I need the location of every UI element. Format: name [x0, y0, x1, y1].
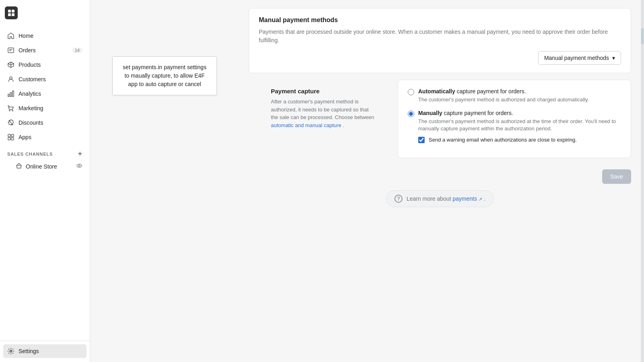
auto-capture-label[interactable]: Automatically capture payment for orders… — [408, 88, 621, 103]
svg-point-5 — [10, 77, 12, 79]
svg-rect-11 — [8, 134, 10, 137]
online-store-icon — [15, 163, 23, 170]
left-panel: set payments.in payment settings to maua… — [90, 0, 239, 362]
manual-capture-label[interactable]: Manually capture payment for orders. The… — [408, 110, 621, 132]
payment-capture-options-card: Automatically capture payment for orders… — [398, 80, 631, 158]
customers-label: Customers — [19, 76, 46, 82]
main-wrapper: set payments.in payment settings to maua… — [90, 0, 644, 362]
scrollbar[interactable] — [641, 0, 644, 362]
add-sales-channel-icon[interactable]: + — [78, 150, 83, 158]
manual-payment-card-body: Manual payment methods Payments that are… — [249, 8, 631, 73]
external-link-icon: ↗ — [479, 197, 482, 202]
sidebar-item-products[interactable]: Products — [3, 58, 87, 72]
svg-rect-7 — [10, 93, 12, 97]
manual-payment-desc: Payments that are processed outside your… — [259, 28, 621, 45]
scrollbar-thumb — [641, 28, 644, 44]
content-panel: Manual payment methods Payments that are… — [239, 0, 641, 362]
payment-capture-title: Payment capture — [271, 88, 376, 95]
sidebar-item-apps[interactable]: Apps — [3, 130, 87, 144]
online-store-eye-icon[interactable] — [76, 162, 83, 170]
manual-payment-card: Manual payment methods Payments that are… — [249, 8, 631, 73]
settings-icon — [7, 348, 14, 355]
warning-email-checkbox[interactable] — [418, 137, 425, 143]
sidebar-item-analytics[interactable]: Analytics — [3, 87, 87, 101]
analytics-label: Analytics — [19, 90, 41, 97]
settings-label: Settings — [19, 348, 39, 354]
help-icon: ? — [394, 195, 402, 203]
save-row: Save — [249, 165, 631, 187]
capture-link[interactable]: automatic and manual capture — [271, 122, 341, 128]
svg-rect-14 — [11, 138, 14, 140]
sidebar: Home Orders 14 Products — [0, 0, 90, 362]
manual-capture-title: Manually capture payment for orders. — [418, 110, 621, 116]
svg-point-17 — [10, 350, 12, 352]
manual-payment-title: Manual payment methods — [259, 16, 621, 24]
analytics-icon — [7, 90, 14, 97]
payment-capture-left: Payment capture After a customer's payme… — [249, 80, 398, 165]
discounts-label: Discounts — [19, 119, 43, 126]
sidebar-nav: Home Orders 14 Products — [0, 29, 90, 341]
svg-point-15 — [77, 164, 82, 167]
manual-payment-dropdown-label: Manual payment methods — [544, 55, 609, 61]
tooltip-box: set payments.in payment settings to maua… — [112, 56, 217, 95]
sidebar-item-discounts[interactable]: Discounts — [3, 116, 87, 130]
online-store-label: Online Store — [26, 163, 57, 170]
svg-rect-13 — [8, 138, 10, 140]
marketing-label: Marketing — [19, 105, 43, 111]
sidebar-item-marketing[interactable]: Marketing — [3, 101, 87, 115]
orders-badge: 14 — [72, 47, 83, 53]
home-label: Home — [19, 33, 33, 39]
auto-capture-desc: The customer's payment method is authori… — [418, 96, 589, 103]
orders-icon — [7, 47, 14, 54]
svg-point-9 — [9, 110, 10, 111]
manual-payment-dropdown[interactable]: Manual payment methods ▾ — [538, 51, 621, 65]
sidebar-top — [0, 0, 90, 29]
learn-more-text: Learn more about payments ↗ . — [407, 195, 485, 202]
app-logo — [5, 6, 18, 19]
home-icon — [7, 32, 14, 39]
svg-rect-1 — [12, 10, 14, 12]
dropdown-chevron-icon: ▾ — [612, 55, 615, 61]
marketing-icon — [7, 105, 14, 112]
svg-rect-0 — [8, 10, 11, 12]
svg-rect-6 — [8, 94, 9, 97]
products-label: Products — [19, 62, 41, 68]
customers-icon — [7, 76, 14, 83]
top-spacer — [249, 0, 631, 8]
manual-capture-text: Manually capture payment for orders. The… — [418, 110, 621, 132]
orders-label: Orders — [19, 47, 36, 53]
svg-point-16 — [78, 165, 80, 167]
warning-email-option: Send a warning email when authorizations… — [418, 137, 621, 143]
sales-channels-label: SALES CHANNELS — [7, 152, 53, 156]
sidebar-bottom: Settings — [0, 341, 90, 362]
auto-capture-text: Automatically capture payment for orders… — [418, 88, 589, 103]
auto-capture-radio[interactable] — [408, 89, 414, 95]
svg-rect-12 — [11, 134, 14, 137]
discounts-icon — [7, 119, 14, 126]
sidebar-item-home[interactable]: Home — [3, 29, 87, 43]
tooltip-text: set payments.in payment settings to maua… — [123, 64, 206, 87]
learn-more-row: ? Learn more about payments ↗ . — [249, 190, 631, 207]
sidebar-item-customers[interactable]: Customers — [3, 72, 87, 86]
sidebar-item-settings[interactable]: Settings — [3, 344, 87, 358]
svg-rect-2 — [8, 13, 11, 16]
svg-point-10 — [12, 110, 13, 111]
apps-label: Apps — [19, 134, 31, 140]
svg-rect-3 — [12, 13, 14, 16]
auto-capture-title: Automatically capture payment for orders… — [418, 88, 589, 95]
payment-capture-desc: After a customer's payment method is aut… — [271, 98, 376, 129]
svg-rect-8 — [12, 91, 14, 97]
sidebar-item-online-store[interactable]: Online Store — [3, 160, 87, 173]
auto-capture-option: Automatically capture payment for orders… — [408, 88, 621, 103]
sales-channels-section: SALES CHANNELS + — [3, 145, 87, 160]
apps-icon — [7, 134, 14, 141]
payment-capture-options: Automatically capture payment for orders… — [398, 80, 631, 158]
sidebar-item-orders[interactable]: Orders 14 — [3, 43, 87, 57]
warning-email-label: Send a warning email when authorizations… — [429, 137, 577, 143]
manual-capture-radio[interactable] — [408, 111, 414, 117]
products-icon — [7, 61, 14, 68]
svg-rect-4 — [8, 48, 14, 53]
learn-more-bar: ? Learn more about payments ↗ . — [386, 190, 494, 207]
payments-link[interactable]: payments ↗ — [453, 195, 484, 202]
save-button[interactable]: Save — [602, 169, 631, 184]
